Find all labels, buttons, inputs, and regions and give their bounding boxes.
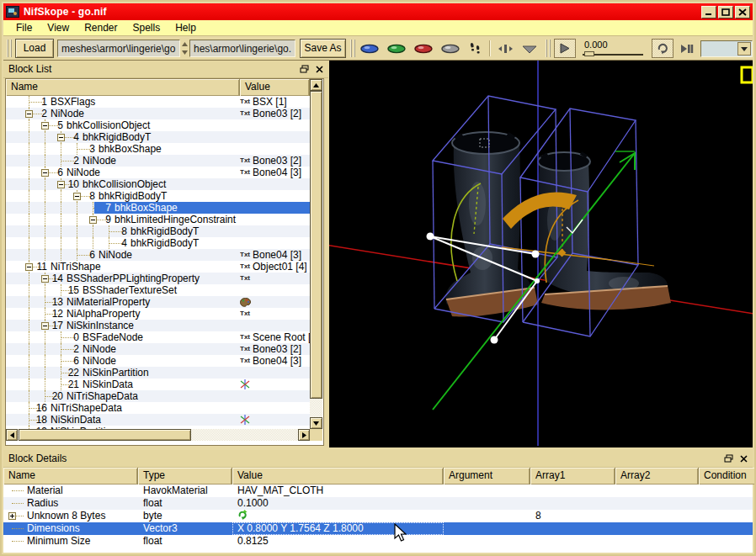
tree-row[interactable]: 3bhkBoxShape: [6, 143, 310, 155]
details-column-header-type[interactable]: Type: [138, 468, 232, 485]
expand-plus-box[interactable]: [8, 512, 16, 520]
path-field-splitter[interactable]: [181, 41, 189, 59]
collapse-minus-box[interactable]: [41, 169, 49, 177]
tree-row[interactable]: 8bhkRigidBodyT: [6, 190, 310, 202]
menu-item-spells[interactable]: Spells: [125, 20, 168, 35]
save-as-button[interactable]: Save As: [300, 39, 346, 58]
nif-path-input-1[interactable]: [57, 40, 180, 57]
tree-row[interactable]: 2NiNodeTxtBone03 [2]: [6, 343, 310, 355]
block-number: 3: [80, 143, 95, 155]
tree-hscroll-thumb[interactable]: [19, 429, 191, 441]
tree-row[interactable]: 6NiNodeTxtBone04 [3]: [6, 355, 310, 367]
tree-guide: [29, 225, 29, 237]
tree-row[interactable]: 14BSShaderPPLightingPropertyTxt: [6, 273, 310, 284]
combo-dropdown-button[interactable]: [737, 42, 751, 56]
tree-hscroll-left-button[interactable]: [6, 429, 18, 441]
close-panel-icon[interactable]: [316, 66, 323, 73]
tree-row[interactable]: 10bhkCollisionObject: [6, 178, 310, 190]
details-row[interactable]: MaterialHavokMaterialHAV_MAT_CLOTH: [3, 485, 753, 497]
details-column-header-argument[interactable]: Argument: [444, 468, 530, 485]
tree-row[interactable]: 2NiNodeTxtBone03 [2]: [6, 108, 310, 119]
details-row[interactable]: Minimum Sizefloat0.8125: [3, 535, 753, 548]
collapse-minus-box[interactable]: [89, 216, 97, 224]
details-column-header-value[interactable]: Value: [232, 468, 444, 485]
chevron-down-button[interactable]: [519, 40, 540, 58]
close-panel-icon[interactable]: [740, 455, 748, 463]
tree-row[interactable]: 17NiSkinInstance: [6, 320, 310, 331]
footsteps-button[interactable]: [465, 40, 485, 58]
collapse-minus-box[interactable]: [73, 193, 81, 200]
tree-row[interactable]: 18NiSkinData: [6, 414, 310, 426]
tree-row[interactable]: 0BSFadeNodeTxtScene Root [0]: [6, 331, 310, 343]
collapse-minus-box[interactable]: [25, 110, 33, 118]
collapse-minus-box[interactable]: [41, 322, 49, 330]
tree-guide: [77, 202, 77, 214]
tree-row[interactable]: 7bhkBoxShape: [6, 202, 310, 214]
menu-item-help[interactable]: Help: [168, 20, 204, 35]
toolbar-drag-handle-2[interactable]: [350, 40, 355, 57]
tree-hscroll-right-button[interactable]: [298, 429, 310, 441]
details-column-header-condition[interactable]: Condition: [699, 468, 756, 485]
tree-vscroll-down-button[interactable]: [310, 417, 322, 429]
blue-eye-visibility-button[interactable]: [357, 40, 382, 58]
anim-slider-thumb[interactable]: [584, 51, 594, 56]
tree-row[interactable]: 20NiTriShapeData: [6, 390, 310, 402]
move-handle-button[interactable]: [495, 40, 517, 58]
collapse-minus-box[interactable]: [57, 134, 65, 141]
tree-row[interactable]: 6NiNodeTxtBone04 [3]: [6, 249, 310, 261]
tree-vscroll-thumb[interactable]: [310, 91, 322, 399]
tree-row[interactable]: 8bhkRigidBodyT: [6, 225, 310, 237]
details-column-header-array2[interactable]: Array2: [615, 468, 699, 485]
tree-row[interactable]: 21NiSkinData: [6, 379, 310, 390]
anim-combo-value: [701, 40, 708, 54]
tree-row[interactable]: 9bhkLimitedHingeConstraint: [6, 214, 310, 225]
minimize-button[interactable]: [701, 6, 716, 19]
details-row[interactable]: Unknown 8 Bytesbyte8: [3, 510, 753, 522]
tree-guide: [61, 237, 61, 249]
next-frame-button[interactable]: [677, 40, 697, 58]
details-column-header-name[interactable]: Name: [3, 468, 138, 485]
collapse-minus-box[interactable]: [57, 181, 65, 188]
maximize-button[interactable]: [718, 6, 733, 19]
details-row[interactable]: Radiusfloat0.1000: [3, 497, 753, 510]
menu-item-view[interactable]: View: [40, 20, 77, 35]
tree-row[interactable]: 2NiNodeTxtBone03 [2]: [6, 155, 310, 167]
tree-row[interactable]: 12NiAlphaPropertyTxt: [6, 308, 310, 320]
collapse-minus-box[interactable]: [41, 122, 49, 130]
play-button[interactable]: [554, 39, 576, 58]
tree-row[interactable]: 15BSShaderTextureSet: [6, 284, 310, 296]
anim-sequence-combo[interactable]: [700, 40, 753, 57]
nif-path-input-2[interactable]: [189, 40, 295, 57]
tree-row[interactable]: 16NiTriShapeData: [6, 402, 310, 414]
toolbar-drag-handle-3[interactable]: [546, 40, 551, 57]
load-button[interactable]: Load: [15, 39, 54, 58]
title-bar[interactable]: NifSkope - go.nif: [3, 3, 753, 20]
float-panel-icon[interactable]: [724, 454, 733, 463]
tree-row[interactable]: 5bhkCollisionObject: [6, 119, 310, 131]
close-button[interactable]: [735, 6, 750, 19]
loop-button[interactable]: [652, 39, 673, 58]
details-row[interactable]: DimensionsVector3X 0.8000 Y 1.7564 Z 1.8…: [3, 522, 753, 535]
tree-row[interactable]: 1BSXFlagsTxtBSX [1]: [6, 96, 310, 108]
tree-row[interactable]: 4bhkRigidBodyT: [6, 131, 310, 143]
toolbar-drag-handle[interactable]: [7, 40, 12, 57]
menu-item-file[interactable]: File: [8, 20, 40, 35]
menu-item-render[interactable]: Render: [77, 20, 125, 35]
float-panel-icon[interactable]: [300, 65, 309, 73]
gray-eye-visibility-button[interactable]: [438, 40, 463, 58]
column-header-value[interactable]: Value: [240, 79, 310, 96]
tree-row[interactable]: 6NiNodeTxtBone04 [3]: [6, 167, 310, 178]
collapse-minus-box[interactable]: [25, 263, 33, 271]
viewport-3d[interactable]: [329, 61, 753, 447]
tree-row[interactable]: 13NiMaterialProperty: [6, 296, 310, 308]
column-header-name[interactable]: Name: [6, 79, 240, 96]
tree-row[interactable]: 11NiTriShapeTxtObject01 [4]: [6, 261, 310, 273]
red-eye-visibility-button[interactable]: [411, 40, 436, 58]
block-number: 21: [64, 379, 79, 390]
tree-row[interactable]: 22NiSkinPartition: [6, 367, 310, 379]
collapse-minus-box[interactable]: [41, 275, 49, 283]
details-column-header-array1[interactable]: Array1: [530, 468, 615, 485]
green-eye-visibility-button[interactable]: [384, 40, 409, 58]
tree-row[interactable]: 4bhkRigidBodyT: [6, 237, 310, 249]
tree-vscroll-up-button[interactable]: [310, 79, 322, 91]
